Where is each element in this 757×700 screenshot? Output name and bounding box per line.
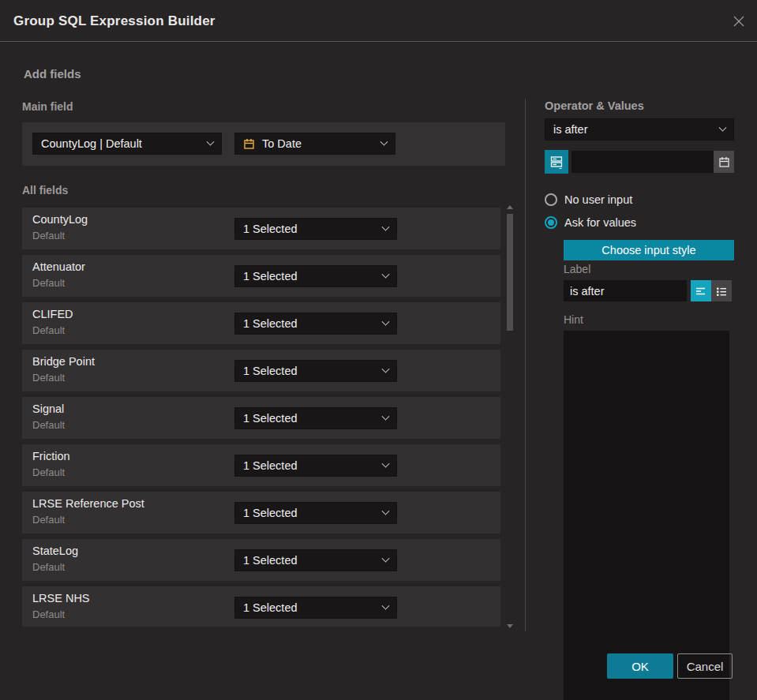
chevron-down-icon	[382, 601, 390, 609]
label-input-row	[564, 280, 732, 301]
panel-divider	[525, 99, 526, 631]
radio-ask-for-values-label: Ask for values	[564, 216, 636, 229]
field-type: Default	[32, 514, 65, 526]
field-values-select[interactable]: 1 Selected	[234, 265, 397, 287]
chevron-down-icon	[382, 317, 390, 325]
label-style-list-button[interactable]	[711, 280, 732, 301]
field-row: Friction Default 1 Selected	[22, 444, 500, 486]
chevron-down-icon	[382, 507, 390, 515]
field-values-select-value: 1 Selected	[243, 554, 298, 567]
field-values-select[interactable]: 1 Selected	[234, 360, 397, 382]
date-picker-button[interactable]	[714, 151, 734, 173]
chevron-down-icon	[382, 459, 390, 467]
value-type-button[interactable]	[545, 150, 568, 174]
main-field-label: Main field	[22, 100, 73, 113]
field-name: LRSE Reference Post	[32, 497, 144, 510]
field-type: Default	[32, 372, 65, 384]
radio-on-icon	[545, 216, 557, 229]
value-type-icon	[550, 155, 564, 169]
field-row: LRSE Reference Post Default 1 Selected	[22, 492, 500, 533]
field-type: Default	[32, 277, 65, 289]
chevron-down-icon	[382, 412, 390, 420]
field-values-select[interactable]: 1 Selected	[234, 549, 397, 571]
scroll-up-icon[interactable]	[507, 205, 513, 209]
field-values-select[interactable]: 1 Selected	[234, 597, 397, 619]
field-row: CLIFED Default 1 Selected	[22, 302, 500, 344]
field-values-select[interactable]: 1 Selected	[234, 502, 397, 524]
ok-button[interactable]: OK	[607, 653, 673, 679]
calendar-icon	[718, 156, 730, 168]
field-values-select-value: 1 Selected	[243, 459, 298, 472]
choose-input-style-button[interactable]: Choose input style	[564, 240, 734, 260]
field-values-select-value: 1 Selected	[243, 223, 298, 235]
field-name: CLIFED	[32, 308, 73, 320]
add-fields-heading: Add fields	[24, 67, 81, 80]
chevron-down-icon	[382, 365, 390, 372]
calendar-icon	[243, 138, 255, 150]
main-field-select[interactable]: CountyLog | Default	[32, 133, 222, 155]
chevron-down-icon	[380, 137, 388, 145]
field-type: Default	[32, 324, 65, 336]
field-type: Default	[32, 608, 65, 620]
field-type: Default	[32, 561, 65, 573]
field-name: StateLog	[32, 545, 78, 557]
value-input[interactable]	[571, 151, 714, 173]
main-field-select-value: CountyLog | Default	[41, 137, 142, 150]
radio-no-user-input[interactable]: No user input	[545, 193, 632, 206]
label-input[interactable]	[564, 280, 687, 301]
scroll-down-icon[interactable]	[507, 624, 513, 628]
operator-select-value: is after	[553, 123, 588, 136]
operator-values-heading: Operator & Values	[545, 99, 644, 112]
field-values-select-value: 1 Selected	[243, 601, 298, 614]
field-values-select[interactable]: 1 Selected	[234, 313, 397, 335]
field-name: Signal	[32, 402, 64, 415]
field-row: CountyLog Default 1 Selected	[22, 208, 500, 249]
fields-scrollbar[interactable]	[505, 202, 515, 631]
label-field-label: Label	[564, 263, 590, 275]
field-row: Bridge Point Default 1 Selected	[22, 350, 500, 391]
radio-ask-for-values[interactable]: Ask for values	[545, 216, 636, 229]
field-type: Default	[32, 419, 65, 431]
label-style-text-button[interactable]	[691, 280, 711, 301]
field-name: Bridge Point	[32, 355, 95, 368]
field-name: Friction	[32, 450, 70, 462]
field-row: StateLog Default 1 Selected	[22, 539, 500, 581]
field-values-select[interactable]: 1 Selected	[234, 455, 397, 477]
all-fields-list: CountyLog Default 1 Selected Attenuator …	[22, 208, 500, 627]
field-name: LRSE NHS	[32, 592, 90, 605]
dialog-titlebar: Group SQL Expression Builder	[0, 0, 757, 42]
main-date-select-value: To Date	[262, 137, 302, 150]
field-values-select-value: 1 Selected	[243, 507, 298, 519]
field-row: LRSE NHS Default 1 Selected	[22, 586, 500, 627]
radio-no-user-input-label: No user input	[564, 193, 632, 206]
cancel-button[interactable]: Cancel	[677, 653, 733, 679]
field-name: CountyLog	[32, 213, 88, 226]
main-date-select[interactable]: To Date	[234, 133, 395, 155]
field-values-select-value: 1 Selected	[243, 317, 298, 330]
radio-off-icon	[545, 193, 557, 206]
value-input-group	[571, 151, 734, 173]
field-name: Attenuator	[32, 260, 85, 273]
chevron-down-icon	[719, 123, 727, 131]
hint-input[interactable]	[564, 331, 729, 700]
align-left-icon	[695, 285, 707, 298]
operator-select[interactable]: is after	[545, 118, 734, 140]
dialog-title: Group SQL Expression Builder	[13, 0, 215, 42]
field-type: Default	[32, 230, 65, 241]
field-row: Attenuator Default 1 Selected	[22, 255, 500, 297]
field-row: Signal Default 1 Selected	[22, 397, 500, 439]
field-values-select[interactable]: 1 Selected	[234, 407, 397, 429]
chevron-down-icon	[382, 554, 390, 562]
field-values-select-value: 1 Selected	[243, 365, 298, 377]
hint-field-label: Hint	[564, 313, 583, 326]
main-field-panel: CountyLog | Default To Date	[22, 122, 505, 166]
chevron-down-icon	[382, 270, 390, 278]
close-icon	[732, 14, 746, 28]
scrollbar-thumb[interactable]	[507, 214, 513, 331]
close-button[interactable]	[730, 13, 748, 30]
field-type: Default	[32, 466, 65, 478]
field-values-select[interactable]: 1 Selected	[234, 218, 397, 240]
chevron-down-icon	[207, 137, 215, 145]
all-fields-label: All fields	[22, 184, 68, 197]
field-values-select-value: 1 Selected	[243, 270, 298, 283]
